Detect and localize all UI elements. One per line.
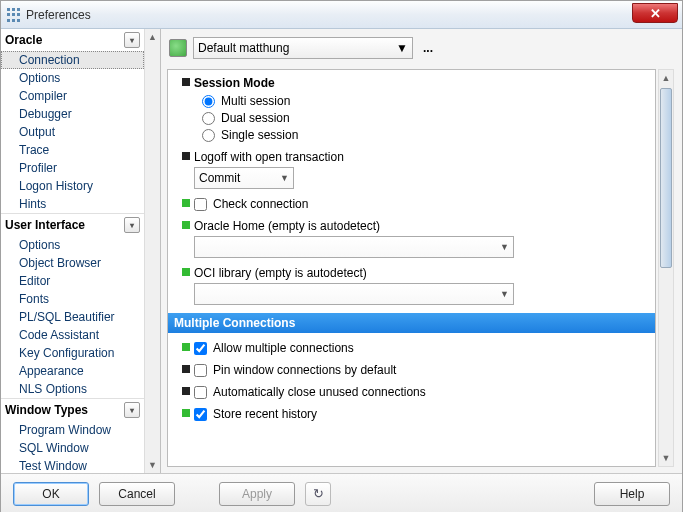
sidebar-item-profiler[interactable]: Profiler — [1, 159, 144, 177]
change-marker-icon — [182, 221, 190, 229]
sidebar-item-appearance[interactable]: Appearance — [1, 362, 144, 380]
apply-button[interactable]: Apply — [219, 482, 295, 506]
checkbox-input[interactable] — [194, 342, 207, 355]
preferences-icon — [7, 8, 21, 22]
store-history-row[interactable]: Store recent history — [194, 407, 647, 421]
sidebar-item-fonts[interactable]: Fonts — [1, 290, 144, 308]
dialog-footer: OK Cancel Apply ↻ Help — [1, 473, 682, 512]
session-mode-title: Session Mode — [194, 76, 647, 90]
checkbox-input[interactable] — [194, 198, 207, 211]
logoff-combo[interactable]: Commit ▼ — [194, 167, 294, 189]
sidebar-item-options[interactable]: Options — [1, 69, 144, 87]
sidebar-item-debugger[interactable]: Debugger — [1, 105, 144, 123]
category-sidebar: Oracle ▾ Connection Options Compiler Deb… — [1, 29, 161, 473]
scroll-up-icon[interactable]: ▲ — [659, 70, 673, 86]
chevron-down-icon: ▼ — [396, 41, 408, 55]
radio-input[interactable] — [202, 95, 215, 108]
chevron-down-icon: ▼ — [280, 173, 289, 183]
sidebar-scrollbar[interactable]: ▲ ▼ — [144, 29, 160, 473]
change-marker-icon — [182, 343, 190, 351]
change-marker-icon — [182, 199, 190, 207]
checkbox-input[interactable] — [194, 364, 207, 377]
checkbox-input[interactable] — [194, 386, 207, 399]
change-marker-icon — [182, 152, 190, 160]
allow-multiple-row[interactable]: Allow multiple connections — [194, 341, 647, 355]
pin-window-row[interactable]: Pin window connections by default — [194, 363, 647, 377]
change-marker-icon — [182, 365, 190, 373]
scroll-thumb[interactable] — [660, 88, 672, 268]
sidebar-item-code-assistant[interactable]: Code Assistant — [1, 326, 144, 344]
category-oracle[interactable]: Oracle ▾ — [1, 29, 144, 51]
change-marker-icon — [182, 268, 190, 276]
multiple-connections-header: Multiple Connections — [168, 313, 655, 333]
category-window-types[interactable]: Window Types ▾ — [1, 398, 144, 421]
sidebar-item-key-configuration[interactable]: Key Configuration — [1, 344, 144, 362]
sidebar-item-program-window[interactable]: Program Window — [1, 421, 144, 439]
oracle-home-combo[interactable]: ▼ — [194, 236, 514, 258]
sidebar-item-compiler[interactable]: Compiler — [1, 87, 144, 105]
profile-row: Default matthung ▼ ... — [167, 35, 676, 67]
change-marker-icon — [182, 387, 190, 395]
window-title: Preferences — [26, 8, 91, 22]
chevron-down-icon: ▼ — [500, 242, 509, 252]
chevron-down-icon: ▼ — [500, 289, 509, 299]
change-marker-icon — [182, 409, 190, 417]
scroll-up-icon[interactable]: ▲ — [146, 29, 160, 45]
help-button[interactable]: Help — [594, 482, 670, 506]
sidebar-item-sql-window[interactable]: SQL Window — [1, 439, 144, 457]
sidebar-item-trace[interactable]: Trace — [1, 141, 144, 159]
content-scrollbar[interactable]: ▲ ▼ — [658, 69, 674, 467]
radio-single-session[interactable]: Single session — [202, 128, 647, 142]
collapse-icon[interactable]: ▾ — [124, 32, 140, 48]
radio-input[interactable] — [202, 112, 215, 125]
collapse-icon[interactable]: ▾ — [124, 217, 140, 233]
logoff-label: Logoff with open transaction — [194, 150, 647, 164]
ok-button[interactable]: OK — [13, 482, 89, 506]
sidebar-item-logon-history[interactable]: Logon History — [1, 177, 144, 195]
sidebar-item-output[interactable]: Output — [1, 123, 144, 141]
profile-more-button[interactable]: ... — [419, 41, 437, 55]
oci-library-label: OCI library (empty is autodetect) — [194, 266, 647, 280]
preferences-window: Preferences ✕ Oracle ▾ Connection Option… — [0, 0, 683, 512]
sidebar-item-object-browser[interactable]: Object Browser — [1, 254, 144, 272]
close-button[interactable]: ✕ — [632, 3, 678, 23]
sidebar-list: Oracle ▾ Connection Options Compiler Deb… — [1, 29, 160, 473]
profile-icon — [169, 39, 187, 57]
sidebar-item-connection[interactable]: Connection — [1, 51, 144, 69]
auto-close-row[interactable]: Automatically close unused connections — [194, 385, 647, 399]
sidebar-item-ui-options[interactable]: Options — [1, 236, 144, 254]
change-marker-icon — [182, 78, 190, 86]
settings-pane: Session Mode Multi session Dual session … — [167, 69, 656, 467]
sidebar-item-test-window[interactable]: Test Window — [1, 457, 144, 473]
oracle-home-label: Oracle Home (empty is autodetect) — [194, 219, 647, 233]
category-user-interface[interactable]: User Interface ▾ — [1, 213, 144, 236]
cancel-button[interactable]: Cancel — [99, 482, 175, 506]
profile-select[interactable]: Default matthung ▼ — [193, 37, 413, 59]
collapse-icon[interactable]: ▾ — [124, 402, 140, 418]
content-area: Default matthung ▼ ... Session Mode Mult… — [161, 29, 682, 473]
titlebar: Preferences ✕ — [1, 1, 682, 29]
reset-button[interactable]: ↻ — [305, 482, 331, 506]
sidebar-item-plsql-beautifier[interactable]: PL/SQL Beautifier — [1, 308, 144, 326]
radio-input[interactable] — [202, 129, 215, 142]
oci-library-combo[interactable]: ▼ — [194, 283, 514, 305]
radio-multi-session[interactable]: Multi session — [202, 94, 647, 108]
check-connection-row[interactable]: Check connection — [194, 197, 647, 211]
scroll-down-icon[interactable]: ▼ — [659, 450, 673, 466]
checkbox-input[interactable] — [194, 408, 207, 421]
scroll-down-icon[interactable]: ▼ — [146, 457, 160, 473]
sidebar-item-hints[interactable]: Hints — [1, 195, 144, 213]
sidebar-item-editor[interactable]: Editor — [1, 272, 144, 290]
sidebar-item-nls-options[interactable]: NLS Options — [1, 380, 144, 398]
radio-dual-session[interactable]: Dual session — [202, 111, 647, 125]
